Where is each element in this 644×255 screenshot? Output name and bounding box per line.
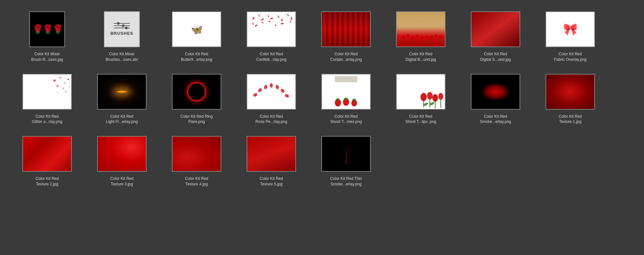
svg-text:♥: ♥ [53,78,56,83]
svg-rect-14 [281,23,284,24]
svg-rect-15 [290,20,291,23]
thumbnail [22,136,72,172]
item-label: Color Kit Red Fabric Overlay.png [554,51,586,62]
thumbnail-wrapper [395,10,447,49]
item-label: Color Kit Red Rose Pe...rlay.png [255,114,287,125]
thumbnail [396,74,445,110]
svg-text:♥: ♥ [62,87,64,90]
list-item[interactable]: 🦋 Color Kit Red Butterfl...erlay.png [164,10,229,62]
thumbnail [29,11,65,47]
item-label: Color Kit Red Shoot T...lips .png [405,114,436,125]
item-label: Color Kit Red Curtain...erlay.png [330,51,362,62]
svg-point-25 [439,35,443,39]
svg-point-12 [269,21,270,22]
svg-point-43 [270,83,273,87]
svg-rect-7 [287,14,289,16]
list-item[interactable]: Color Kit Red Ring Flare.png [164,72,229,125]
item-label: Color Kit Red Digital S...und.jpg [480,51,511,62]
thumbnail-wrapper: 🦋 [171,10,223,49]
list-item[interactable]: Color Kit Red Digital B...und.jpg [388,10,453,62]
svg-rect-47 [335,76,357,82]
svg-rect-10 [255,25,257,27]
list-item[interactable]: Color Kit Red Rose Pe...rlay.png [239,72,304,125]
thumbnail [172,74,221,110]
item-label: Color Kit Red Ring Flare.png [180,114,213,125]
list-item[interactable]: Color Kit Red Smoke...erlay.png [463,72,528,125]
item-label: Color Kit Red Texture 4.jpg [185,176,208,187]
thumbnail-wrapper [544,72,596,111]
list-item[interactable]: Color Kit Red Texture 3.jpg [89,134,154,187]
thumbnail [471,11,520,47]
item-label: Color Kit Red Confetti...rlay.png [256,51,286,62]
list-item[interactable]: Color Kit Red Light Fl...erlay.png [89,72,154,125]
list-item[interactable]: Color Kit Mixer Brush R...oses.jpg [15,10,80,62]
thumbnail-wrapper [320,10,372,49]
svg-point-51 [336,98,340,101]
thumbnail [396,11,445,47]
item-label: Color Kit Red Glitter a...rlay.png [32,114,62,125]
thumbnail-wrapper [470,10,522,49]
list-item[interactable]: Color Kit Red Shoot T...lips .png [388,72,453,125]
svg-point-52 [344,98,348,100]
item-label: Color Kit Red Smoke...erlay.png [480,114,511,125]
svg-text:♥: ♥ [57,91,59,94]
svg-point-41 [257,87,263,93]
item-label: Color Kit Red Butterfl...erlay.png [181,51,213,62]
svg-point-42 [264,84,268,89]
thumbnail [321,11,371,47]
list-item[interactable]: Color Kit Red Thin Smoke...erlay.png [314,134,379,187]
svg-text:♥: ♥ [69,85,70,88]
svg-rect-3 [268,15,269,17]
item-label: Color Kit Mixer Brushes...oses.abr [106,51,138,62]
svg-rect-16 [397,12,444,29]
item-label: Color Kit Red Shoot T...rries.png [330,114,362,125]
item-label: Color Kit Red Texture 3.jpg [110,176,133,187]
svg-point-23 [430,36,433,40]
thumbnail: ♥ ♥ ♥ ♥ ♥ ♥ ♥ ♥ ♥ [22,74,72,110]
thumbnail-wrapper [171,134,223,173]
thumbnail-wrapper [96,72,148,111]
svg-point-45 [280,88,285,93]
thumbnail-wrapper [470,72,522,111]
list-item[interactable]: Color Kit Red Texture 5.jpg [239,134,304,187]
list-item[interactable]: Color Kit Red Curtain...erlay.png [314,10,379,62]
thumbnail [321,74,371,110]
svg-rect-6 [281,19,283,21]
svg-rect-11 [262,21,264,23]
svg-point-44 [275,84,279,89]
svg-point-17 [401,35,405,39]
svg-point-46 [284,93,290,98]
list-item[interactable]: Color Kit Red Texture 4.jpg [164,134,229,187]
svg-rect-0 [252,17,255,20]
item-label: Color Kit Red Digital B...und.jpg [406,51,436,62]
svg-point-55 [427,92,432,100]
svg-point-40 [253,92,258,97]
thumbnail [247,74,296,110]
svg-point-54 [420,93,427,101]
list-item[interactable]: Color Kit Red Digital S...und.jpg [463,10,528,62]
thumbnail-wrapper: 🎀 [544,10,596,49]
list-item[interactable]: Color Kit Red Confetti...rlay.png [239,10,304,62]
thumbnail: 🎀 [546,11,595,47]
svg-text:♥: ♥ [59,76,62,80]
list-item[interactable]: 🎀 Color Kit Red Fabric Overlay.png [538,10,603,62]
list-item[interactable]: BRUSHES Color Kit Mixer Brushes...oses.a… [89,10,154,62]
list-item[interactable]: Color Kit Red Shoot T...rries.png [314,72,379,125]
thumbnail [247,11,296,47]
thumbnail: 🦋 [172,11,221,47]
thumbnail [321,136,371,172]
thumbnail-wrapper [320,134,372,173]
svg-point-18 [406,34,410,37]
thumbnail-wrapper [245,134,297,173]
list-item[interactable]: Color Kit Red Texture 2.jpg [15,134,80,187]
item-label: Color Kit Mixer Brush R...oses.jpg [31,51,63,62]
svg-point-20 [416,34,419,38]
svg-text:♥: ♥ [67,77,70,81]
list-item[interactable]: Color Kit Red Texture 1.jpg [538,72,603,125]
thumbnail-wrapper [245,72,297,111]
item-label: Color Kit Red Thin Smoke...erlay.png [330,176,362,187]
item-label: Color Kit Red Texture 2.jpg [35,176,58,187]
svg-rect-2 [261,18,264,21]
list-item[interactable]: ♥ ♥ ♥ ♥ ♥ ♥ ♥ ♥ ♥ Color Kit Red Glitter … [15,72,80,125]
svg-text:♥: ♥ [56,84,59,88]
